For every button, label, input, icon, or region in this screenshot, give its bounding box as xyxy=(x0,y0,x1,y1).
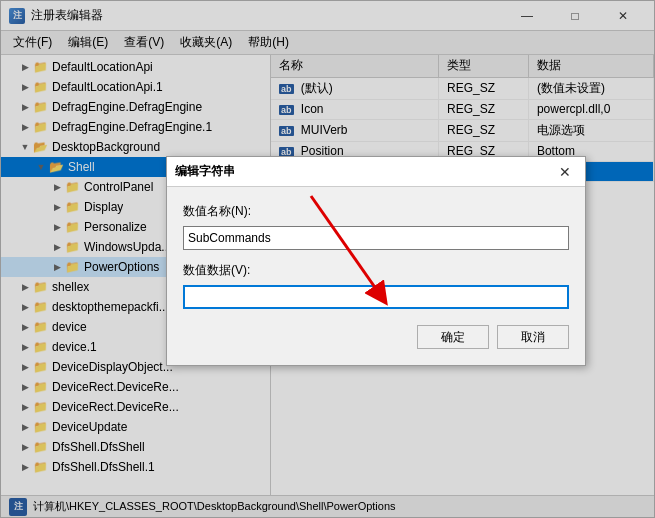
dialog-buttons: 确定 取消 xyxy=(183,325,569,349)
name-input[interactable] xyxy=(183,226,569,250)
dialog-close-button[interactable]: ✕ xyxy=(553,160,577,184)
edit-string-dialog: 编辑字符串 ✕ 数值名称(N): 数值数据(V): 确定 取消 xyxy=(166,156,586,366)
name-label: 数值名称(N): xyxy=(183,203,569,220)
ok-button[interactable]: 确定 xyxy=(417,325,489,349)
data-label: 数值数据(V): xyxy=(183,262,569,279)
main-window: 注 注册表编辑器 — □ ✕ 文件(F) 编辑(E) 查看(V) 收藏夹(A) … xyxy=(0,0,655,518)
dialog-title: 编辑字符串 xyxy=(175,163,235,180)
dialog-body: 数值名称(N): 数值数据(V): 确定 取消 xyxy=(167,187,585,365)
dialog-title-bar: 编辑字符串 ✕ xyxy=(167,157,585,187)
dialog-overlay: 编辑字符串 ✕ 数值名称(N): 数值数据(V): 确定 取消 xyxy=(1,1,654,517)
cancel-button[interactable]: 取消 xyxy=(497,325,569,349)
data-input[interactable] xyxy=(183,285,569,309)
